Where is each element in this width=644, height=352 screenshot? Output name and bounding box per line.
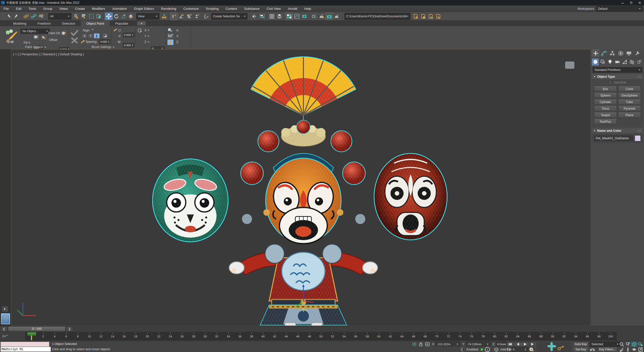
plane-button[interactable]: Plane — [618, 112, 641, 118]
workspace-dropdown[interactable]: Default — [596, 6, 642, 12]
utilities-tab[interactable] — [633, 50, 641, 57]
named-selection-dropdown[interactable]: Create Selection Se — [211, 13, 247, 20]
rendered-frame-window-button[interactable] — [326, 13, 333, 20]
next-frame-button[interactable] — [529, 342, 536, 347]
ribbon-tab-freeform[interactable]: Freeform — [32, 21, 56, 26]
select-and-rotate-button[interactable] — [113, 13, 120, 20]
current-frame-spinner[interactable]: 0 — [512, 347, 528, 352]
object-color-swatch[interactable] — [635, 135, 641, 141]
toggle-ribbon-button[interactable] — [285, 13, 293, 20]
viewport-layout-tab[interactable] — [1, 313, 10, 324]
paint-objects-panel-title[interactable]: Paint Objects — [3, 45, 68, 49]
zoom-extents-all-icon[interactable] — [637, 341, 643, 347]
spinner-snap-toggle[interactable] — [193, 13, 200, 20]
maximize-viewport-toggle-icon[interactable] — [637, 347, 643, 352]
display-tab[interactable] — [625, 50, 633, 57]
select-and-move-button[interactable] — [105, 13, 113, 20]
edit-named-selection-sets-button[interactable]: { — [203, 13, 210, 20]
render-preset-gear-icon[interactable] — [412, 13, 419, 20]
time-tag-cube-icon[interactable] — [494, 347, 498, 352]
snap-toggle-3d[interactable]: 3 — [170, 13, 178, 20]
object-type-rollout-header[interactable]: Object Type — [592, 74, 643, 79]
maximize-icon[interactable] — [627, 0, 635, 6]
material-editor-button[interactable] — [310, 13, 318, 20]
menu-item-modifiers[interactable]: Modifiers — [88, 6, 109, 12]
viewcube-placeholder[interactable] — [565, 62, 574, 69]
torus-button[interactable]: Torus — [594, 106, 617, 111]
shapes-category-icon[interactable] — [599, 59, 606, 65]
toggle-scene-explorer-button[interactable] — [268, 13, 276, 20]
menu-item-help[interactable]: Help — [301, 6, 315, 12]
paint-object-dropdown[interactable]: No Object... — [21, 29, 50, 34]
align-dropdown-arrow[interactable] — [92, 29, 94, 31]
ribbon-minimize-button[interactable] — [137, 21, 146, 25]
go-to-start-button[interactable] — [507, 342, 514, 347]
minimize-icon[interactable] — [618, 0, 627, 6]
select-and-scale-button[interactable] — [120, 13, 128, 20]
create-tab[interactable] — [591, 50, 600, 57]
pyramid-button[interactable]: Pyramid — [618, 106, 641, 111]
undo-button[interactable] — [5, 13, 13, 20]
viewport-shading-menu[interactable]: [ Default Shading ] — [58, 53, 84, 56]
object-name-field[interactable]: Pet_Mask01_OutGame — [594, 136, 633, 141]
tube-button[interactable]: Tube — [618, 99, 641, 105]
menu-item-file[interactable]: File — [0, 6, 12, 12]
field-of-view-icon[interactable] — [618, 347, 625, 352]
use-pivot-point-button[interactable] — [160, 13, 168, 20]
viewport-general-menu[interactable]: [ + ] — [13, 53, 19, 56]
trackbar-expand-button[interactable] — [2, 306, 8, 312]
menu-item-group[interactable]: Group — [40, 6, 56, 12]
rot-x-arrow[interactable] — [148, 30, 150, 32]
previous-frame-button[interactable] — [514, 342, 521, 347]
rot-y-arrow[interactable] — [148, 36, 150, 38]
ribbon-tab-modeling[interactable]: Modeling — [8, 21, 32, 26]
key-mode-dropdown[interactable]: Selected — [590, 342, 620, 347]
menu-item-civil-view[interactable]: Civil View — [263, 6, 284, 12]
brush-settings-panel-title[interactable]: Brush Settings — [68, 45, 191, 49]
unlink-selection-icon[interactable] — [30, 13, 38, 20]
time-configuration-icon[interactable] — [529, 347, 534, 351]
space-warps-category-icon[interactable] — [628, 59, 635, 65]
toggle-layer-explorer-button[interactable] — [276, 13, 283, 20]
autogrid-checkbox[interactable] — [609, 81, 612, 84]
primitive-category-dropdown[interactable]: Standard Primitives — [593, 67, 642, 73]
y-coord-field[interactable]: -74.128mm — [466, 342, 490, 346]
scale-lock-button[interactable] — [167, 39, 174, 45]
redo-button[interactable] — [13, 13, 20, 20]
macro-recorder-field[interactable] — [1, 342, 49, 347]
motion-tab[interactable] — [616, 50, 625, 57]
select-and-place-button[interactable] — [128, 13, 135, 20]
menu-item-customize[interactable]: Customize — [180, 6, 202, 12]
paint-fill-mode-button[interactable] — [33, 34, 40, 40]
brush-apply-cancel-icons[interactable] — [70, 29, 79, 43]
textplus-button[interactable]: TextPlus — [594, 119, 617, 124]
x-coord-field[interactable]: -113.322m — [436, 342, 460, 346]
align-y-button[interactable]: Y — [88, 33, 94, 38]
window-crossing-toggle[interactable] — [95, 13, 103, 20]
align-z-button[interactable]: Z — [94, 33, 100, 38]
set-key-button[interactable]: Set Key — [573, 347, 589, 352]
menu-item-animation[interactable]: Animation — [109, 6, 130, 12]
menu-item-edit[interactable]: Edit — [12, 6, 25, 12]
play-button[interactable] — [522, 342, 529, 347]
key-mode-toggle-icon[interactable] — [507, 348, 511, 351]
next-frame-arrow-button[interactable]: ❯ — [66, 326, 73, 331]
zoom-extents-icon[interactable] — [631, 341, 637, 347]
rot-z-arrow[interactable] — [148, 41, 150, 43]
geometry-category-icon[interactable] — [592, 59, 599, 65]
auto-key-button[interactable]: Auto Key — [573, 342, 589, 347]
align-to-stroke-button[interactable] — [102, 33, 108, 39]
zoom-icon[interactable] — [618, 341, 625, 347]
walk-through-icon[interactable] — [625, 347, 631, 352]
systems-category-icon[interactable] — [636, 59, 642, 65]
align-button[interactable] — [258, 13, 266, 20]
percent-snap-toggle[interactable] — [185, 13, 193, 20]
notification-count-badge[interactable]: 1 — [485, 347, 490, 352]
menu-item-create[interactable]: Create — [71, 6, 88, 12]
scale-random-button[interactable] — [167, 33, 174, 39]
lights-category-icon[interactable] — [606, 59, 613, 65]
mini-curve-editor-button[interactable] — [2, 333, 9, 339]
teapot-button[interactable]: Teapot — [594, 112, 617, 118]
render-preset-link-icon[interactable] — [427, 13, 435, 20]
cone-button[interactable]: Cone — [618, 86, 641, 92]
